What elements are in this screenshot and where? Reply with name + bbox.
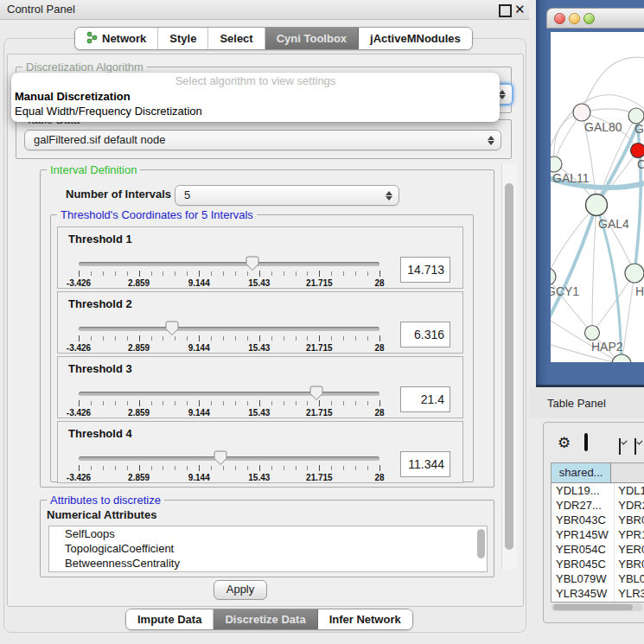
tab-jactivemnodules[interactable]: jActiveMNodules [359, 28, 472, 49]
slider-handle[interactable] [245, 256, 259, 271]
checkbox-icon[interactable] [619, 438, 621, 455]
column-header-shared-name[interactable]: shared... [552, 463, 611, 482]
combo-arrows-icon [386, 186, 392, 205]
gear-icon[interactable]: ⚙ [558, 436, 571, 451]
table-horizontal-scrollbar[interactable] [552, 603, 643, 611]
screenshot-root: Control Panel ✕ Network Style Select [0, 0, 644, 644]
slider-handle[interactable] [165, 321, 179, 336]
network-icon [86, 31, 98, 47]
table-row[interactable]: YIL052CYIL0 [552, 601, 644, 603]
node-label-partial-mid-right: C [637, 157, 644, 171]
slider-track[interactable] [79, 327, 379, 331]
slider-minor-ticks [79, 271, 380, 276]
tab-select[interactable]: Select [208, 28, 265, 49]
tab-infer-network[interactable]: Infer Network [318, 609, 412, 629]
threshold-4-slider[interactable]: -3.426 2.859 9.144 15.43 21.715 28 [79, 455, 379, 481]
close-traffic-light-icon[interactable] [554, 13, 565, 24]
list-item[interactable]: BetweennessCentrality [49, 556, 487, 571]
float-window-icon[interactable] [499, 4, 512, 17]
tab-discretize-data-label: Discretize Data [225, 613, 305, 626]
threshold-4-label: Threshold 4 [68, 427, 132, 440]
threshold-3-panel: Threshold 3 -3.426 2.859 9.144 15.43 21.… [57, 356, 463, 418]
algorithm-dropdown-popup: Select algorithm to view settings Manual… [11, 73, 500, 122]
table-row[interactable]: YDL19...YDL1 [552, 483, 644, 498]
tab-style-label: Style [169, 32, 196, 45]
slider-track[interactable] [79, 262, 379, 266]
node-gcy1[interactable] [551, 268, 556, 285]
node-hap2[interactable] [585, 326, 600, 341]
node-gal4[interactable] [586, 194, 608, 216]
node-gal80[interactable] [573, 104, 590, 121]
slider-track[interactable] [79, 392, 379, 396]
tab-network-label: Network [102, 32, 146, 45]
threshold-1-value[interactable]: 14.713 [400, 257, 450, 283]
node-gal11[interactable] [551, 156, 562, 172]
slider-track[interactable] [79, 456, 379, 461]
tab-select-label: Select [220, 32, 252, 45]
threshold-3-value[interactable]: 21.4 [400, 386, 450, 412]
network-canvas[interactable]: GAL80 GA C GAL11 GAL4 GCY1 H HAP2 [551, 32, 644, 362]
slider-tick-labels: -3.426 2.859 9.144 15.43 21.715 28 [79, 408, 379, 418]
node-partial-right[interactable] [625, 264, 644, 283]
table-row[interactable]: YDR27...YDR2 [552, 498, 644, 513]
threshold-3-slider[interactable]: -3.426 2.859 9.144 15.43 21.715 28 [79, 390, 379, 416]
slider-tick-labels: -3.426 2.859 9.144 15.43 21.715 28 [79, 278, 379, 289]
slider-handle[interactable] [309, 386, 323, 401]
algorithm-group-title: Discretization Algorithm [22, 61, 147, 73]
attributes-group-title: Attributes to discretize [47, 494, 164, 507]
tab-network[interactable]: Network [75, 28, 158, 49]
node-partial-bottom[interactable] [612, 354, 631, 362]
list-scrollbar-thumb[interactable] [477, 529, 485, 558]
number-of-intervals-combobox[interactable]: 5 [175, 185, 399, 206]
close-icon[interactable]: ✕ [514, 1, 526, 18]
slider-tick-labels: -3.426 2.859 9.144 15.43 21.715 28 [79, 473, 379, 483]
list-item[interactable]: TopologicalCoefficient [49, 541, 487, 556]
numerical-attributes-label: Numerical Attributes [47, 508, 156, 521]
tab-impute-data-label: Impute Data [137, 613, 201, 626]
node-label-gal80: GAL80 [584, 120, 622, 134]
threshold-1-slider[interactable]: -3.426 2.859 9.144 15.43 21.715 28 [79, 260, 379, 286]
split-columns-icon[interactable] [584, 433, 588, 451]
threshold-2-value[interactable]: 6.316 [400, 322, 450, 348]
table-row[interactable]: YER054CYER0 [552, 542, 644, 557]
table-row[interactable]: YPR145WYPR1 [552, 527, 644, 542]
table-row[interactable]: YBR045CYBR0 [552, 557, 644, 571]
threshold-4-panel: Threshold 4 -3.426 2.859 9.144 15.43 21.… [57, 421, 463, 483]
slider-handle[interactable] [214, 450, 227, 466]
tab-impute-data[interactable]: Impute Data [126, 609, 214, 629]
threshold-2-slider[interactable]: -3.426 2.859 9.144 15.43 21.715 28 [79, 325, 379, 351]
settings-scrollbar[interactable] [501, 164, 517, 569]
tab-cyni-toolbox[interactable]: Cyni Toolbox [265, 28, 359, 49]
algorithm-option-manual[interactable]: Manual Discretization [15, 90, 131, 103]
table-hscrollbar-thumb[interactable] [553, 604, 633, 610]
threshold-2-panel: Threshold 2 -3.426 2.859 9.144 15.43 21.… [57, 291, 463, 354]
node-red-selected[interactable] [631, 143, 644, 158]
table-row[interactable]: YBL079WYBL0 [552, 571, 644, 586]
zoom-traffic-light-icon[interactable] [583, 13, 595, 24]
tab-discretize-data[interactable]: Discretize Data [214, 609, 317, 629]
list-item[interactable]: SelfLoops [49, 526, 487, 541]
minimize-traffic-light-icon[interactable] [569, 13, 580, 24]
table-data-combobox[interactable]: galFiltered.sif default node [24, 130, 501, 150]
numerical-attributes-list[interactable]: SelfLoops TopologicalCoefficient Between… [48, 526, 488, 572]
threshold-4-value[interactable]: 11.344 [400, 451, 450, 477]
checkbox-icon[interactable] [634, 438, 636, 455]
tab-jactivemnodules-label: jActiveMNodules [370, 32, 461, 45]
algorithm-option-equal-width[interactable]: Equal Width/Frequency Discretization [15, 105, 202, 118]
table-row[interactable]: YBR043CYBR0 [552, 513, 644, 527]
table-row[interactable]: YLR345WYLR3 [552, 586, 644, 601]
combo-arrows-icon [499, 85, 506, 104]
node-label-gal4: GAL4 [598, 217, 629, 231]
control-panel-title: Control Panel [7, 3, 75, 16]
tab-style[interactable]: Style [158, 28, 208, 49]
tab-infer-network-label: Infer Network [329, 613, 401, 626]
tab-cyni-toolbox-label: Cyni Toolbox [277, 32, 347, 45]
network-window-titlebar [546, 8, 644, 29]
settings-scrollbar-thumb[interactable] [505, 183, 513, 550]
threshold-1-panel: Threshold 1 -3.426 2.859 9.144 15.43 21.… [57, 226, 463, 289]
node-label-hap2: HAP2 [591, 340, 623, 354]
threshold-2-label: Threshold 2 [68, 297, 132, 310]
column-header-name[interactable]: na [611, 463, 644, 482]
node-attribute-table[interactable]: shared... na YDL19...YDL1 YDR27...YDR2 Y… [551, 462, 644, 603]
apply-button[interactable]: Apply [214, 580, 267, 600]
